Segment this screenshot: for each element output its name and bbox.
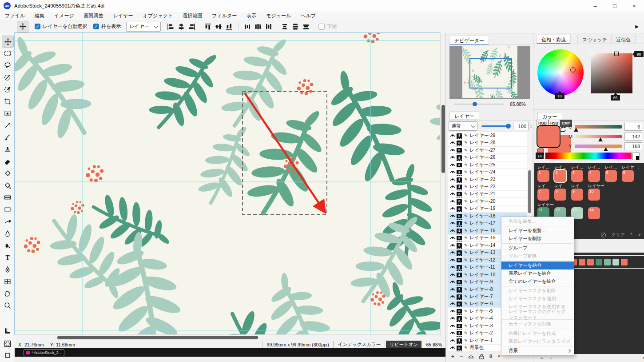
auto-select-checkbox[interactable]: ✓	[35, 24, 40, 29]
distribute-center-horizontal-icon[interactable]	[255, 24, 261, 30]
swap-colors-icon[interactable]	[560, 126, 567, 133]
layer-visibility-eye-icon[interactable]	[450, 301, 455, 306]
layer-visibility-eye-icon[interactable]	[450, 206, 455, 211]
layers-menu-button[interactable]: ▼	[497, 354, 501, 358]
tab-layers[interactable]: レイヤー	[449, 111, 479, 121]
layer-row[interactable]: 8✎レイヤー-29	[448, 132, 527, 139]
menu-item[interactable]: 表示	[242, 12, 261, 19]
add-layer-button[interactable]: +	[451, 354, 454, 360]
layer-visibility-eye-icon[interactable]	[450, 228, 455, 233]
layer-visibility-eye-icon[interactable]	[450, 243, 455, 248]
channel-c-handle[interactable]	[574, 128, 578, 132]
color-swatch[interactable]: 10	[588, 189, 600, 201]
menu-item[interactable]: オブジェクト	[138, 12, 178, 19]
eraser-tool[interactable]	[2, 156, 13, 167]
ruler-tool[interactable]	[2, 325, 13, 336]
menu-item[interactable]: ファイル	[0, 12, 30, 19]
color-swatch[interactable]: 5	[605, 170, 617, 182]
navigator-viewport-rect[interactable]	[469, 58, 512, 88]
panel-flyout-arrow[interactable]: ▶	[635, 24, 639, 29]
layer-row[interactable]: 8✎レイヤー-20	[448, 198, 527, 205]
menu-item[interactable]: フィルター	[207, 12, 242, 19]
menu-item[interactable]: 選択範囲	[178, 12, 207, 19]
distribute-top-icon[interactable]	[282, 24, 288, 30]
color-mode-button[interactable]: インデックスカラー	[334, 341, 385, 348]
color-swatch[interactable]: 6	[622, 170, 634, 182]
layer-visibility-eye-icon[interactable]	[450, 345, 455, 350]
layer-row[interactable]: 8✎レイヤー-24	[448, 169, 527, 176]
context-menu-item[interactable]: レイヤーを削除	[501, 235, 574, 243]
current-tool-button[interactable]	[17, 21, 28, 32]
layer-visibility-eye-icon[interactable]	[450, 287, 455, 292]
menu-item[interactable]: レイヤー	[108, 12, 138, 19]
layer-visibility-eye-icon[interactable]	[450, 213, 455, 219]
layer-row[interactable]: 8✎レイヤー-19	[448, 205, 527, 213]
frame-tool[interactable]	[2, 350, 13, 361]
context-menu-item[interactable]: 背景	[501, 347, 574, 355]
layer-visibility-eye-icon[interactable]	[450, 184, 455, 189]
distribute-middle-vertical-icon[interactable]	[292, 24, 298, 30]
selection-preview-tool[interactable]	[2, 338, 13, 349]
shape-tool[interactable]	[2, 204, 13, 215]
layer-visibility-eye-icon[interactable]	[450, 169, 455, 175]
document-tab[interactable]: * AdobeStock_2...	[24, 349, 64, 356]
align-middle-vertical-icon[interactable]	[215, 24, 222, 30]
foreground-color-swatch[interactable]	[537, 125, 561, 148]
align-top-icon[interactable]	[205, 24, 211, 30]
delete-layer-button[interactable]: −	[460, 354, 463, 360]
palette-add-button[interactable]: +	[541, 355, 543, 361]
blur-tool[interactable]	[2, 228, 13, 239]
channel-m-handle[interactable]	[598, 137, 603, 141]
smudge-tool[interactable]	[2, 240, 13, 251]
tab-navigator[interactable]: ナビゲーター	[449, 36, 489, 45]
layer-row[interactable]: 8✎レイヤー-25	[448, 161, 527, 169]
layer-row[interactable]: 8✎レイヤー-21	[448, 191, 527, 198]
spectrum-end-swatch[interactable]	[632, 153, 640, 160]
layer-visibility-eye-icon[interactable]	[450, 140, 455, 145]
hand-tool[interactable]	[2, 288, 13, 299]
maximize-button[interactable]: □	[605, 0, 624, 12]
layer-visibility-eye-icon[interactable]	[450, 221, 455, 226]
layer-visibility-eye-icon[interactable]	[450, 316, 455, 321]
saturation-value-square[interactable]	[591, 53, 632, 93]
selection-brush-tool[interactable]	[2, 72, 13, 83]
opacity-value[interactable]: 100	[513, 122, 529, 130]
text-tool[interactable]: T	[2, 252, 13, 263]
swatch-menu-button[interactable]: ▼	[638, 233, 641, 237]
color-swatch[interactable]: 9	[571, 189, 583, 201]
tab-similar-colors[interactable]: 近似色	[611, 35, 636, 44]
disable-icon[interactable]	[601, 233, 606, 237]
layer-visibility-eye-icon[interactable]	[450, 272, 455, 278]
brush-tool[interactable]	[2, 132, 13, 143]
layer-visibility-eye-icon[interactable]	[450, 294, 455, 299]
color-swatch[interactable]: 2	[554, 170, 566, 182]
gradient-tool[interactable]	[2, 192, 13, 203]
vector-pen-tool[interactable]	[2, 216, 13, 227]
merge-icon[interactable]	[468, 354, 474, 359]
underlay-checkbox[interactable]	[318, 24, 325, 30]
channel-y-handle[interactable]	[604, 147, 608, 151]
hue-wheel-marker[interactable]	[570, 67, 576, 72]
hue-wheel[interactable]	[537, 49, 584, 96]
spectrum-bar[interactable]	[545, 153, 632, 159]
layer-visibility-eye-icon[interactable]	[450, 265, 455, 270]
layer-visibility-eye-icon[interactable]	[450, 191, 455, 197]
show-frame-checkbox[interactable]: ✓	[93, 24, 99, 29]
pattern-fill-tool[interactable]	[2, 180, 13, 191]
layer-row[interactable]: 8✎レイヤー-22	[448, 183, 527, 190]
color-swatch[interactable]: 8	[554, 189, 566, 201]
navigator-thumbnail[interactable]	[449, 46, 530, 99]
repeat-toggle-button[interactable]: リピートオン	[386, 341, 421, 348]
zoom-tool[interactable]	[2, 300, 13, 311]
asterisk-icon[interactable]: *	[630, 233, 632, 237]
palette-chip[interactable]	[579, 259, 585, 265]
clear-button[interactable]: クリア	[611, 232, 625, 238]
palette-remove-button[interactable]: −	[549, 355, 552, 361]
layer-visibility-eye-icon[interactable]	[450, 330, 455, 336]
layer-row[interactable]: 8✎レイヤー-27	[448, 147, 527, 154]
layer-visibility-eye-icon[interactable]	[450, 199, 455, 204]
navigator-zoom-slider[interactable]: 65.88%	[449, 101, 532, 108]
navigator-slider-knob[interactable]	[473, 102, 477, 106]
vertical-scrollbar-thumb[interactable]	[441, 105, 445, 173]
grid-tool[interactable]	[2, 276, 13, 287]
